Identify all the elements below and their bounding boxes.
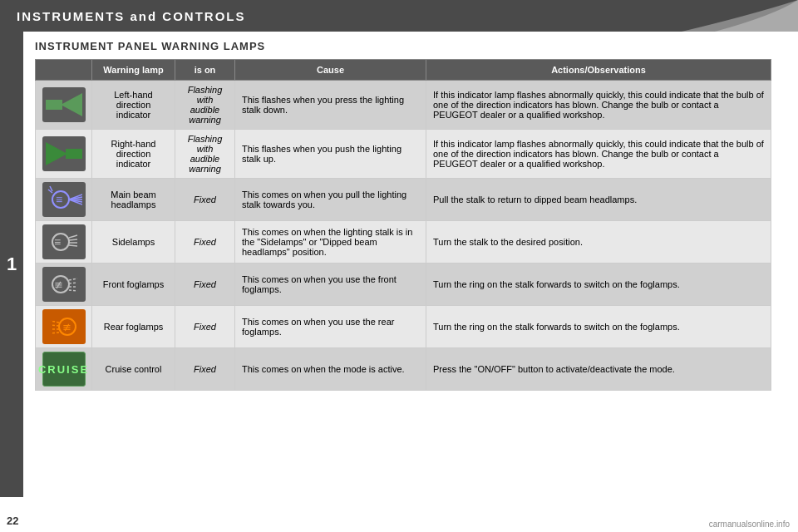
side-tab: 1 [0,32,23,497]
action: If this indicator lamp flashes abnormall… [426,81,771,130]
icon-container: CRUISE [42,352,86,387]
icon-container: ≡ [42,182,86,217]
table-row: ≡ SidelampsFixedThis comes on when the l… [36,221,771,264]
cause: This comes on when you use the rear fogl… [235,306,426,348]
icon-container: ≢ [42,267,86,302]
col-warning-lamp: Warning lamp [92,60,175,81]
arrow-right-icon [46,139,82,169]
svg-rect-3 [66,149,82,159]
front-foglamp-icon: ≢ [46,269,82,299]
cause: This flashes when you press the lighting… [235,81,426,130]
col-cause: Cause [235,60,426,81]
lamp-name: Sidelamps [92,221,175,264]
lamp-name: Main beam headlamps [92,179,175,221]
icon-container [42,136,86,171]
icon-cell: ≡ [36,179,92,221]
page-wrapper: INSTRUMENTS and CONTROLS 1 INSTRUMENT PA… [0,0,798,532]
side-tab-number: 1 [7,254,17,275]
icon-cell [36,81,92,130]
is-on: Fixed [175,264,235,306]
page-number: 22 [7,515,18,527]
header-swoosh [632,0,798,32]
action: Press the "ON/OFF" button to activate/de… [426,348,771,391]
icon-container: ≢ [42,309,86,344]
is-on: Fixed [175,179,235,221]
is-on: Fixed [175,348,235,391]
warning-table: Warning lamp is on Cause Actions/Observa… [35,59,771,391]
lamp-name: Front foglamps [92,264,175,306]
section-title: INSTRUMENT PANEL WARNING LAMPS [35,40,771,52]
cruise-label: CRUISE [38,363,89,376]
svg-text:≢: ≢ [62,321,71,333]
action: Turn the stalk to the desired position. [426,221,771,264]
rear-foglamp-icon: ≢ [46,312,82,342]
is-on: Fixed [175,221,235,264]
svg-rect-1 [46,100,62,110]
svg-line-27 [51,325,59,326]
lamp-name: Rear foglamps [92,306,175,348]
svg-line-29 [51,332,59,333]
icon-container [42,87,86,122]
svg-line-20 [69,278,77,280]
table-header-row: Warning lamp is on Cause Actions/Observa… [36,60,771,81]
svg-line-15 [69,239,77,240]
table-row: Right-hand direction indicatorFlashing w… [36,130,771,179]
action: Pull the stalk to return to dipped beam … [426,179,771,221]
arrow-left-icon [46,90,82,120]
is-on: Flashing with audible warning [175,81,235,130]
svg-line-23 [69,290,77,291]
col-ison: is on [175,60,235,81]
icon-cell [36,130,92,179]
table-row: Left-hand direction indicatorFlashing wi… [36,81,771,130]
icon-cell: ≢ [36,264,92,306]
icon-cell: CRUISE [36,348,92,391]
svg-text:≡: ≡ [56,193,62,206]
action: Turn the ring on the stalk forwards to s… [426,306,771,348]
svg-line-26 [51,321,59,323]
sidelamp-icon: ≡ [46,227,82,257]
cause: This comes on when you pull the lighting… [235,179,426,221]
cause: This comes on when you use the front fog… [235,264,426,306]
svg-text:≡: ≡ [54,235,61,249]
svg-line-14 [69,235,77,238]
lamp-name: Left-hand direction indicator [92,81,175,130]
watermark: carmanualsonline.info [709,520,790,529]
svg-line-21 [69,283,77,283]
lamp-name: Cruise control [92,348,175,391]
cause: This comes on when the mode is active. [235,348,426,391]
col-actions: Actions/Observations [426,60,771,81]
svg-marker-0 [61,93,82,116]
main-beam-icon: ≡ [46,185,82,214]
cause: This comes on when the lighting stalk is… [235,221,426,264]
table-row: ≢ Rear foglampsFixedThis comes on when y… [36,306,771,348]
icon-cell: ≡ [36,221,92,264]
svg-marker-2 [46,142,67,165]
table-row: ≡ Main beam headlampsFixedThis comes on … [36,179,771,221]
header-title: INSTRUMENTS and CONTROLS [17,9,246,23]
lamp-name: Right-hand direction indicator [92,130,175,179]
svg-text:≢: ≢ [54,278,63,291]
icon-cell: ≢ [36,306,92,348]
table-row: ≢ Front foglampsFixedThis comes on when … [36,264,771,306]
action: Turn the ring on the stalk forwards to s… [426,264,771,306]
is-on: Fixed [175,306,235,348]
table-row: CRUISECruise controlFixedThis comes on w… [36,348,771,391]
action: If this indicator lamp flashes abnormall… [426,130,771,179]
svg-line-17 [69,245,77,246]
icon-container: ≡ [42,224,86,259]
col-icon [36,60,92,81]
main-content: INSTRUMENT PANEL WARNING LAMPS Warning l… [23,32,781,396]
cause: This flashes when you push the lighting … [235,130,426,179]
is-on: Flashing with audible warning [175,130,235,179]
top-header: INSTRUMENTS and CONTROLS [0,0,798,32]
